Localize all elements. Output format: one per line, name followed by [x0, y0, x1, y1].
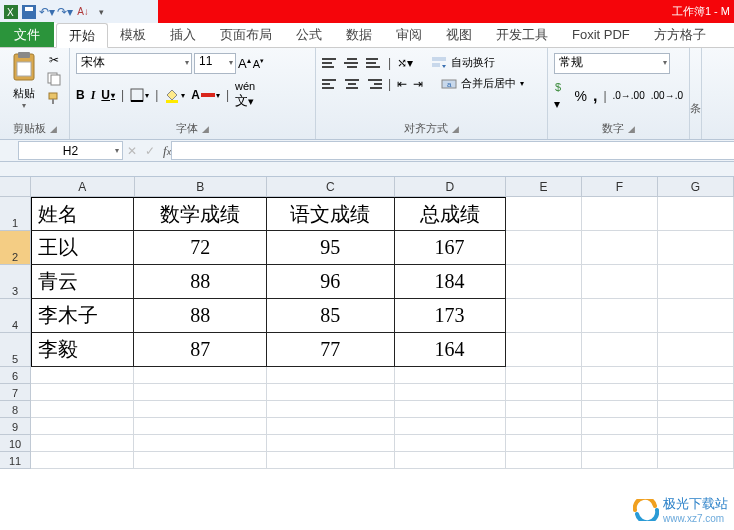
row-header[interactable]: 4 — [0, 299, 31, 333]
cell[interactable] — [582, 265, 658, 299]
paste-button[interactable]: 粘贴 ▾ — [6, 50, 41, 121]
align-launcher-icon[interactable]: ◢ — [452, 124, 459, 134]
tab-template[interactable]: 模板 — [108, 22, 158, 47]
cell[interactable]: 87 — [134, 333, 266, 367]
save-icon[interactable] — [21, 4, 37, 20]
row-header[interactable]: 2 — [0, 231, 31, 265]
column-header-A[interactable]: A — [31, 177, 134, 197]
increase-indent-icon[interactable]: ⇥ — [413, 77, 423, 91]
cell[interactable] — [658, 299, 734, 333]
cell[interactable] — [658, 265, 734, 299]
cell[interactable] — [506, 231, 582, 265]
qat-more-icon[interactable]: ▾ — [93, 4, 109, 20]
row-header[interactable]: 6 — [0, 367, 31, 384]
fill-color-button[interactable]: ▾ — [164, 87, 185, 103]
cell[interactable]: 数学成绩 — [134, 197, 266, 231]
row-header[interactable]: 9 — [0, 418, 31, 435]
column-header-D[interactable]: D — [395, 177, 506, 197]
cell[interactable] — [582, 367, 658, 384]
cell[interactable] — [506, 418, 582, 435]
row-header[interactable]: 11 — [0, 452, 31, 469]
cell[interactable] — [134, 452, 266, 469]
cell[interactable] — [582, 384, 658, 401]
align-center-icon[interactable] — [344, 77, 360, 91]
tab-developer[interactable]: 开发工具 — [484, 22, 560, 47]
font-launcher-icon[interactable]: ◢ — [202, 124, 209, 134]
cell[interactable] — [506, 197, 582, 231]
align-bottom-icon[interactable] — [366, 56, 382, 70]
cell[interactable]: 173 — [395, 299, 506, 333]
cell[interactable] — [658, 384, 734, 401]
tab-page-layout[interactable]: 页面布局 — [208, 22, 284, 47]
cell[interactable] — [582, 401, 658, 418]
increase-font-icon[interactable]: A▴ — [238, 56, 251, 71]
cell[interactable] — [134, 401, 266, 418]
cell[interactable] — [267, 401, 395, 418]
cell[interactable] — [658, 367, 734, 384]
number-launcher-icon[interactable]: ◢ — [628, 124, 635, 134]
column-header-G[interactable]: G — [658, 177, 734, 197]
row-header[interactable]: 10 — [0, 435, 31, 452]
cell[interactable] — [506, 384, 582, 401]
cell[interactable] — [582, 418, 658, 435]
cell[interactable]: 李木子 — [31, 299, 134, 333]
row-header[interactable]: 3 — [0, 265, 31, 299]
cell[interactable] — [506, 452, 582, 469]
undo-icon[interactable]: ↶▾ — [39, 4, 55, 20]
cell[interactable] — [31, 452, 134, 469]
column-header-F[interactable]: F — [582, 177, 658, 197]
cell[interactable] — [582, 333, 658, 367]
align-right-icon[interactable] — [366, 77, 382, 91]
number-format-select[interactable]: 常规▾ — [554, 53, 670, 74]
cell[interactable]: 95 — [267, 231, 395, 265]
increase-decimal-icon[interactable]: .0→.00 — [613, 90, 645, 101]
align-left-icon[interactable] — [322, 77, 338, 91]
row-header[interactable]: 1 — [0, 197, 31, 231]
bold-button[interactable]: B — [76, 88, 85, 102]
align-middle-icon[interactable] — [344, 56, 360, 70]
tab-formulas[interactable]: 公式 — [284, 22, 334, 47]
cell[interactable] — [267, 367, 395, 384]
tab-insert[interactable]: 插入 — [158, 22, 208, 47]
percent-button[interactable]: % — [574, 88, 586, 104]
cell[interactable]: 77 — [267, 333, 395, 367]
cell[interactable] — [395, 367, 506, 384]
cell[interactable] — [134, 418, 266, 435]
cell[interactable] — [267, 418, 395, 435]
clipboard-launcher-icon[interactable]: ◢ — [50, 124, 57, 134]
cell[interactable]: 88 — [134, 299, 266, 333]
cell[interactable] — [267, 435, 395, 452]
cell[interactable] — [582, 197, 658, 231]
cell[interactable] — [267, 452, 395, 469]
font-size-select[interactable]: 11▾ — [194, 53, 236, 74]
cell[interactable] — [267, 384, 395, 401]
cell[interactable] — [658, 452, 734, 469]
cell[interactable] — [506, 265, 582, 299]
name-box[interactable]: H2▾ — [18, 141, 123, 160]
format-painter-icon[interactable] — [45, 90, 63, 106]
italic-button[interactable]: I — [91, 88, 96, 103]
sort-icon[interactable]: A↓ — [75, 4, 91, 20]
copy-icon[interactable] — [45, 71, 63, 87]
border-button[interactable]: ▾ — [130, 88, 149, 102]
decrease-indent-icon[interactable]: ⇤ — [397, 77, 407, 91]
orientation-button[interactable]: ⤭▾ — [397, 56, 413, 70]
cell[interactable] — [658, 401, 734, 418]
cell[interactable] — [658, 435, 734, 452]
cell[interactable] — [395, 401, 506, 418]
cell[interactable]: 青云 — [31, 265, 134, 299]
cell[interactable] — [31, 384, 134, 401]
row-header[interactable]: 7 — [0, 384, 31, 401]
tab-review[interactable]: 审阅 — [384, 22, 434, 47]
cell[interactable]: 王以 — [31, 231, 134, 265]
select-all-corner[interactable] — [0, 177, 31, 197]
cell[interactable] — [31, 418, 134, 435]
cell[interactable] — [658, 333, 734, 367]
cell[interactable]: 72 — [134, 231, 266, 265]
merge-center-button[interactable]: a合并后居中▾ — [441, 76, 524, 91]
cell[interactable] — [506, 435, 582, 452]
currency-button[interactable]: $▾ — [554, 80, 568, 111]
cell[interactable]: 96 — [267, 265, 395, 299]
cell[interactable] — [31, 435, 134, 452]
cell[interactable] — [395, 435, 506, 452]
